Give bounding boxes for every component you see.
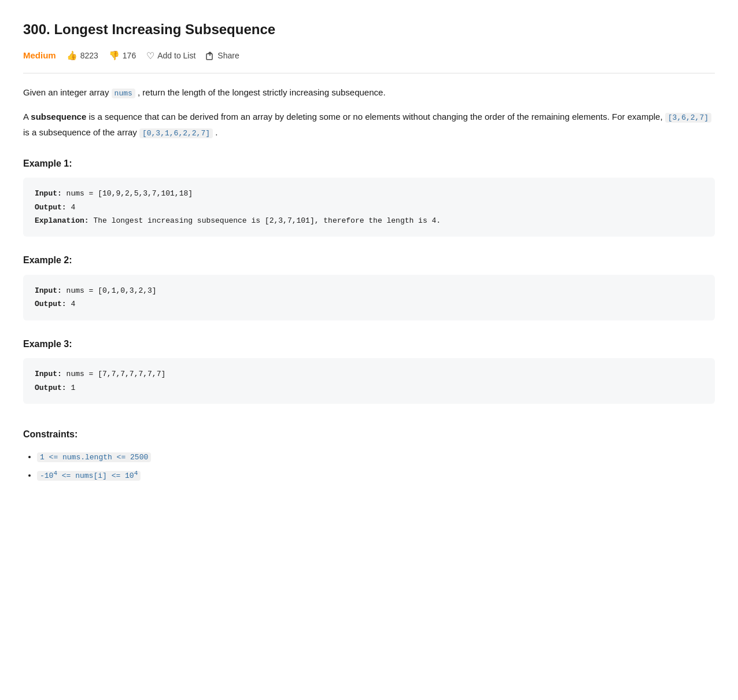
- nums-code-1: nums: [112, 89, 135, 98]
- bold-subsequence: subsequence: [31, 112, 86, 121]
- example-3: Example 3: Input: nums = [7,7,7,7,7,7,7]…: [23, 337, 715, 404]
- upvote-count: 8223: [80, 51, 98, 60]
- constraint-2: -104 <= nums[i] <= 104: [37, 469, 715, 482]
- heart-icon: [146, 50, 154, 61]
- thumb-down-icon: [109, 50, 120, 61]
- add-to-list-button[interactable]: Add to List: [146, 50, 195, 61]
- description-section: Given an integer array nums , return the…: [23, 85, 715, 139]
- description-paragraph-1: Given an integer array nums , return the…: [23, 85, 715, 100]
- description-paragraph-2: A subsequence is a sequence that can be …: [23, 109, 715, 139]
- example-2-title: Example 2:: [23, 253, 715, 268]
- thumb-up-icon: [67, 50, 78, 61]
- constraint-2-code: -104 <= nums[i] <= 104: [37, 471, 141, 481]
- constraints-title: Constraints:: [23, 427, 715, 442]
- constraints-list: 1 <= nums.length <= 2500 -104 <= nums[i]…: [23, 450, 715, 482]
- example-2-block: Input: nums = [0,1,0,3,2,3] Output: 4: [23, 275, 715, 320]
- downvote-button[interactable]: 176: [109, 50, 136, 61]
- example-array-1: [3,6,2,7]: [665, 113, 711, 123]
- constraint-1-code: 1 <= nums.length <= 2500: [37, 452, 151, 462]
- examples-section: Example 1: Input: nums = [10,9,2,5,3,7,1…: [23, 156, 715, 404]
- share-button[interactable]: Share: [206, 51, 239, 60]
- constraints-section: Constraints: 1 <= nums.length <= 2500 -1…: [23, 427, 715, 482]
- example-3-title: Example 3:: [23, 337, 715, 352]
- downvote-count: 176: [123, 51, 136, 60]
- share-label: Share: [217, 51, 239, 60]
- example-1: Example 1: Input: nums = [10,9,2,5,3,7,1…: [23, 156, 715, 237]
- problem-title: 300. Longest Increasing Subsequence: [23, 19, 715, 40]
- difficulty-badge: Medium: [23, 49, 56, 62]
- constraint-1: 1 <= nums.length <= 2500: [37, 450, 715, 464]
- example-1-block: Input: nums = [10,9,2,5,3,7,101,18] Outp…: [23, 178, 715, 237]
- upvote-button[interactable]: 8223: [67, 50, 98, 61]
- example-2: Example 2: Input: nums = [0,1,0,3,2,3] O…: [23, 253, 715, 320]
- example-array-2: [0,3,1,6,2,2,7]: [139, 128, 213, 138]
- example-1-title: Example 1:: [23, 156, 715, 171]
- example-3-block: Input: nums = [7,7,7,7,7,7,7] Output: 1: [23, 358, 715, 404]
- svg-rect-0: [206, 54, 212, 60]
- add-to-list-label: Add to List: [157, 51, 195, 60]
- share-icon: [206, 51, 215, 60]
- meta-row: Medium 8223 176 Add to List Share: [23, 49, 715, 73]
